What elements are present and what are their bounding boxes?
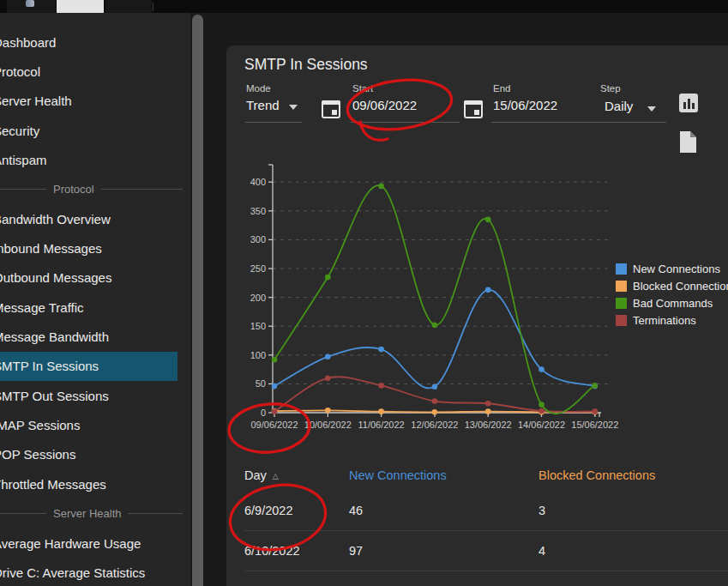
- sidebar-item-inbound-messages[interactable]: Inbound Messages: [0, 233, 190, 263]
- sidebar-item-pop-sessions[interactable]: POP Sessions: [0, 440, 190, 469]
- sidebar-item-drive-c-average-statistics[interactable]: Drive C: Average Statistics: [0, 558, 190, 586]
- section-label: Protocol: [53, 183, 94, 196]
- sidebar-item-label: IMAP Sessions: [0, 418, 80, 432]
- sidebar-item-label: SMTP In Sessions: [0, 359, 99, 373]
- end-calendar-icon[interactable]: [464, 100, 483, 118]
- sidebar-item-label: Dashboard: [0, 35, 56, 50]
- sidebar-item-label: Message Bandwidth: [0, 329, 109, 344]
- sidebar-item-server-health[interactable]: Server Health: [0, 87, 190, 116]
- legend-swatch-icon: [616, 263, 627, 275]
- data-point: [538, 402, 544, 408]
- data-point: [538, 408, 544, 414]
- y-tick-label: 350: [250, 206, 266, 216]
- table-row: 6/10/2022974: [244, 531, 728, 571]
- start-underline: [351, 122, 460, 123]
- table-row: 6/11/20221002: [244, 571, 728, 586]
- step-label: Step: [600, 83, 621, 94]
- sidebar-item-security[interactable]: Security: [0, 116, 190, 145]
- start-date-field[interactable]: 09/06/2022: [352, 98, 417, 112]
- sidebar-item-protocol[interactable]: Protocol: [0, 57, 190, 86]
- end-label: End: [493, 83, 510, 94]
- column-header-new-connections[interactable]: New Connections: [349, 468, 538, 482]
- sidebar-item-label: Message Traffic: [0, 300, 84, 315]
- y-tick-label: 400: [250, 177, 266, 187]
- column-header-day[interactable]: Day△: [244, 468, 349, 482]
- end-date-field[interactable]: 15/06/2022: [493, 98, 557, 112]
- sidebar-item-label: POP Sessions: [0, 447, 75, 462]
- series-line-terminations: [274, 377, 595, 412]
- y-tick-label: 200: [250, 293, 266, 303]
- end-underline: [491, 122, 600, 123]
- data-point: [485, 287, 491, 293]
- data-point: [325, 375, 331, 381]
- column-header-blocked-connections[interactable]: Blocked Connections: [538, 468, 728, 482]
- legend-item-bad-commands[interactable]: Bad Commands: [616, 294, 728, 311]
- legend-item-blocked-connections[interactable]: Blocked Connections: [616, 277, 728, 294]
- x-tick-label: 12/06/2022: [411, 420, 458, 430]
- legend-swatch-icon: [616, 298, 627, 309]
- chevron-down-icon: [647, 106, 656, 112]
- scrollbar-track[interactable]: [192, 13, 203, 586]
- data-point: [593, 408, 599, 414]
- browser-tab-strip: [0, 0, 728, 13]
- sidebar-item-smtp-out-sessions[interactable]: SMTP Out Sessions: [0, 381, 190, 410]
- scrollbar-thumb[interactable]: [192, 15, 203, 586]
- table-header-row: Day△New ConnectionsBlocked Connections: [244, 460, 728, 491]
- sidebar-item-dashboard[interactable]: Dashboard: [0, 27, 190, 57]
- sidebar-item-imap-sessions[interactable]: IMAP Sessions: [0, 410, 190, 439]
- data-point: [378, 184, 384, 190]
- x-tick-label: 11/06/2022: [358, 420, 404, 430]
- sidebar-nav: DashboardProtocolServer HealthSecurityAn…: [0, 13, 190, 586]
- data-point: [325, 275, 331, 281]
- sidebar-item-label: Throttled Messages: [0, 477, 106, 492]
- sidebar-item-outbound-messages[interactable]: Outbound Messages: [0, 263, 190, 293]
- legend-label: New Connections: [633, 263, 720, 275]
- sidebar-item-label: Antispam: [0, 153, 47, 167]
- sidebar-item-label: Bandwidth Overview: [0, 212, 111, 227]
- data-point: [485, 217, 491, 223]
- data-point: [538, 366, 544, 372]
- sidebar-item-label: Server Health: [0, 94, 72, 108]
- sidebar-item-antispam[interactable]: Antispam: [0, 145, 190, 174]
- table-row: 6/9/2022463: [244, 491, 728, 531]
- sidebar-section-server-health: Server Health: [0, 499, 190, 529]
- sidebar-section-protocol: Protocol: [0, 175, 190, 204]
- sidebar-item-average-hardware-usage[interactable]: Average Hardware Usage: [0, 529, 190, 558]
- data-point: [325, 408, 331, 414]
- legend-label: Terminations: [633, 314, 696, 327]
- sidebar-item-label: Protocol: [0, 64, 40, 79]
- section-label: Server Health: [53, 507, 121, 520]
- sidebar-item-throttled-messages[interactable]: Throttled Messages: [0, 469, 190, 498]
- bar-chart-icon[interactable]: [679, 94, 698, 112]
- data-point: [325, 354, 331, 360]
- sidebar-item-smtp-in-sessions[interactable]: SMTP In Sessions: [0, 352, 177, 381]
- sidebar-item-message-bandwidth[interactable]: Message Bandwidth: [0, 322, 190, 351]
- data-point: [485, 401, 491, 407]
- sidebar-item-bandwidth-overview[interactable]: Bandwidth Overview: [0, 204, 190, 233]
- mode-select[interactable]: Trend: [246, 98, 280, 112]
- sidebar-item-label: Outbound Messages: [0, 270, 111, 285]
- browser-tab[interactable]: [7, 0, 56, 13]
- legend-item-terminations[interactable]: Terminations: [616, 311, 728, 329]
- chevron-down-icon: [289, 105, 298, 110]
- data-point: [593, 383, 599, 389]
- site-favicon-icon: [26, 0, 34, 7]
- data-point: [432, 409, 438, 415]
- start-calendar-icon[interactable]: [322, 100, 340, 118]
- legend-item-new-connections[interactable]: New Connections: [616, 260, 728, 277]
- sidebar-item-label: SMTP Out Sessions: [0, 389, 109, 403]
- report-page-icon[interactable]: [679, 130, 698, 154]
- tab-separator: [153, 3, 153, 11]
- step-select[interactable]: Daily: [605, 99, 633, 113]
- data-point: [432, 323, 438, 329]
- browser-tab-active[interactable]: [57, 0, 104, 13]
- table-cell: 6/10/2022: [244, 544, 349, 558]
- mode-underline: [245, 122, 302, 123]
- sidebar-item-message-traffic[interactable]: Message Traffic: [0, 293, 190, 322]
- x-tick-label: 15/06/2022: [571, 420, 618, 430]
- data-point: [272, 384, 278, 390]
- data-point: [432, 384, 438, 390]
- step-underline: [598, 122, 666, 123]
- browser-tab[interactable]: [105, 0, 152, 13]
- y-tick-label: 250: [250, 263, 266, 274]
